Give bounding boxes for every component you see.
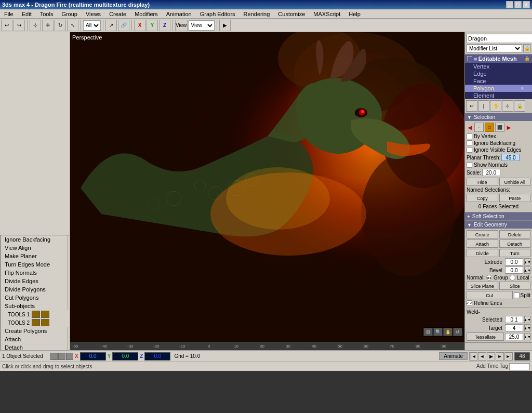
split-checkbox[interactable] [514,292,520,298]
mod-edge[interactable]: Edge [465,70,532,77]
rotate-button[interactable]: ↻ [55,20,66,31]
viewport-area[interactable]: Perspective ⊞ 🔍 ✋ ↺ -50 -40 -30 -20 -10 … [70,32,464,350]
rp-scroll-area[interactable]: ▼ Selection ◄ · □ ⬛ ► By Verte [465,113,532,350]
object-name-input[interactable] [467,34,532,43]
go-start-button[interactable]: |◄ [469,352,477,361]
go-end-button[interactable]: ►| [504,352,513,361]
ctx-divide-edges[interactable]: Divide Edges [1,277,68,285]
zoom-button[interactable]: 🔍 [433,328,443,336]
menu-tools[interactable]: Tools [38,11,56,17]
attach-button[interactable]: Attach [467,239,498,248]
menu-graph-editors[interactable]: Graph Editors [198,11,237,17]
weld-target-spinner[interactable]: ▲▼ [524,324,530,331]
modifier-list-dropdown[interactable]: Modifier List [467,44,522,52]
show-normals-checkbox[interactable] [467,162,472,168]
animate-button[interactable]: Animate [439,352,468,360]
menu-edit[interactable]: Edit [20,11,34,17]
ctx-make-planer[interactable]: Make Planer [1,252,68,260]
mod-vertex[interactable]: Vertex [465,63,532,70]
render-button[interactable]: ▶ [219,20,231,31]
status-icon-1[interactable] [50,353,58,360]
redo-button[interactable]: ↪ [14,20,25,31]
ctx-detach[interactable]: Detach [1,343,68,350]
scale-button[interactable]: ⤡ [67,20,78,31]
view-dropdown[interactable]: View [189,20,215,31]
sel-icon-polygon[interactable]: □ [485,123,494,132]
menu-maxscript[interactable]: MAXScript [311,11,342,17]
extrude-input[interactable] [505,258,523,265]
ignore-backfacing-checkbox[interactable] [467,140,472,146]
weld-selected-spinner[interactable]: ▲▼ [524,316,530,323]
weld-target-input[interactable] [505,324,523,331]
ctx-cut-polygons[interactable]: Cut Polygons [1,294,68,302]
cut-button[interactable]: Cut [467,291,513,299]
bevel-input[interactable] [505,267,523,274]
menu-file[interactable]: File [2,11,16,17]
y-axis[interactable]: Y [147,20,158,31]
paste-button[interactable]: Paste [499,194,531,202]
select-tool-button[interactable]: ↗ [105,20,117,31]
rp-icon-5[interactable]: 🔒 [514,100,525,112]
ctx-view-align[interactable]: View Align [1,244,68,252]
soft-selection-header[interactable]: + Soft Selection [465,212,532,220]
mod-polygon[interactable]: Polygon ■ [465,85,532,92]
link-button[interactable]: 🔗 [118,20,129,31]
bevel-spinner[interactable]: ▲▼ [524,267,530,274]
rp-icon-3[interactable]: ✋ [490,100,501,112]
scale-input[interactable] [482,169,500,176]
move-button[interactable]: ✛ [42,20,54,31]
planar-thresh-input[interactable] [501,154,520,161]
unhide-all-button[interactable]: Unhide All [499,178,531,186]
create-button[interactable]: Create [467,230,498,238]
menu-modifiers[interactable]: Modifiers [132,11,160,17]
select-button[interactable]: ⊹ [30,20,41,31]
normal-group-radio[interactable]: ● [486,275,492,281]
x-coord-input[interactable] [80,352,106,361]
ref-coord[interactable]: View [175,20,188,31]
ctx-attach[interactable]: Attach [1,335,68,343]
y-coord-input[interactable] [112,352,138,361]
extrude-spinner[interactable]: ▲▼ [524,258,530,265]
ctx-turn-edges-mode[interactable]: Turn Edges Mode [1,260,68,269]
menu-rendering[interactable]: Rendering [242,11,272,17]
divide-button[interactable]: Divide [467,249,498,257]
ctx-divide-polygons[interactable]: Divide Polygons [1,285,68,294]
ctx-sub-objects[interactable]: Sub-objects [1,302,68,310]
menu-customize[interactable]: Customize [276,11,307,17]
menu-create[interactable]: Create [107,11,128,17]
rp-icon-4[interactable]: ⊹ [502,100,513,112]
modifier-lock-button[interactable]: 🔒 [523,44,530,52]
tessellate-input[interactable] [505,333,523,340]
undo-button[interactable]: ↩ [1,20,12,31]
by-vertex-checkbox[interactable] [467,134,472,139]
menu-animation[interactable]: Animation [164,11,194,17]
menu-views[interactable]: Views [84,11,103,17]
play-button[interactable]: ▶ [487,352,495,361]
mod-face[interactable]: Face [465,77,532,85]
selection-panel-header[interactable]: ▼ Selection [465,113,532,121]
pan-button[interactable]: ✋ [443,328,453,336]
status-icon-2[interactable] [58,353,65,360]
sel-icon-vertex[interactable]: · [474,123,484,132]
rp-icon-1[interactable]: ↩ [466,100,477,112]
minimize-button[interactable]: _ [506,1,513,8]
normal-local-radio[interactable] [510,275,515,281]
selection-filter-dropdown[interactable]: All [83,20,101,31]
time-tag-input[interactable] [509,363,530,370]
delete-button[interactable]: Delete [499,230,531,238]
slice-plane-button[interactable]: Slice Plane [467,282,498,290]
ignore-visible-checkbox[interactable] [467,147,472,153]
slice-button[interactable]: Slice [499,282,531,290]
rp-icon-2[interactable]: | [478,100,489,112]
ctx-create-polygons[interactable]: Create Polygons [1,327,68,335]
close-button[interactable]: × [523,1,530,8]
maximize-button[interactable]: □ [514,1,522,8]
next-frame-button[interactable]: ► [496,352,504,361]
ctx-flip-normals[interactable]: Flip Normals [1,269,68,277]
detach-button[interactable]: Detach [499,239,531,248]
menu-group[interactable]: Group [59,11,79,17]
menu-help[interactable]: Help [347,11,363,17]
tessellate-spinner[interactable]: ▲▼ [524,333,530,340]
weld-selected-input[interactable] [505,316,523,323]
mod-editable-mesh[interactable]: ■ Editable Mesh 🔒 [465,55,532,63]
